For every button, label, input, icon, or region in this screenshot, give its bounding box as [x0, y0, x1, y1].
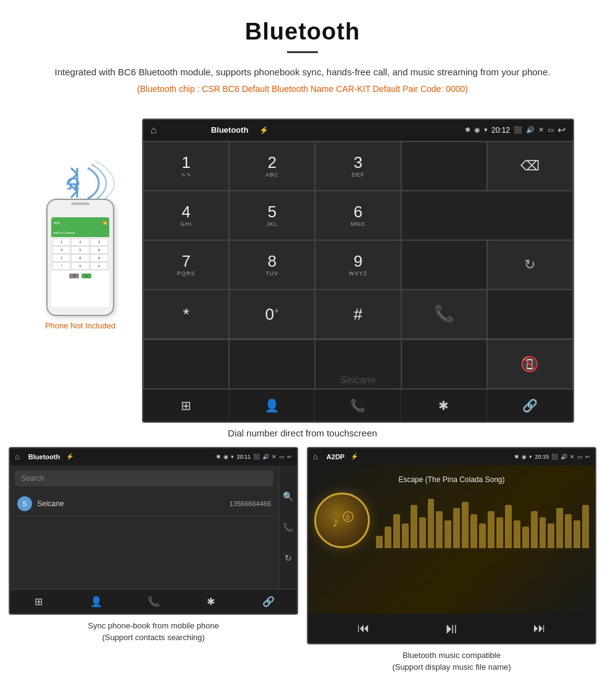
a2dp-home-icon[interactable]: ⌂: [313, 452, 318, 461]
side-search-icon[interactable]: 🔍: [283, 491, 293, 501]
pb-bt-icon: ✱: [216, 454, 221, 460]
next-button[interactable]: ⏭: [533, 621, 546, 635]
pb-nav-contacts[interactable]: 👤: [67, 590, 125, 614]
nav-phone[interactable]: 📞: [315, 390, 401, 422]
phonebook-search[interactable]: Search: [15, 470, 273, 486]
eq-bar: [470, 514, 477, 548]
key-2[interactable]: 2 ABC: [229, 141, 315, 191]
key-7[interactable]: 7 PQRS: [143, 240, 229, 290]
nav-dialpad[interactable]: ⊞: [143, 390, 229, 422]
hangup-empty-2: [229, 340, 315, 389]
eq-bar: [428, 499, 435, 548]
hangup-empty-1: [143, 340, 229, 389]
bluetooth-signal-area: ⍾: [43, 156, 117, 205]
key-0[interactable]: 0+: [229, 290, 315, 339]
pb-nav-link[interactable]: 🔗: [240, 590, 297, 614]
pb-back-icon[interactable]: ↩: [287, 454, 292, 460]
key-9[interactable]: 9 WXYZ: [315, 240, 401, 290]
a2dp-controls: ⏮ ⏯ ⏭: [308, 614, 595, 643]
phone-not-included-label: Phone Not Included: [45, 321, 115, 330]
pb-wifi-icon: ▾: [231, 454, 234, 460]
a2dp-usb-icon: ⚡: [351, 453, 358, 460]
pb-time: 20:11: [236, 454, 251, 460]
a2dp-loc-icon: ◉: [522, 454, 527, 460]
nav-contacts[interactable]: 👤: [229, 390, 315, 422]
eq-bar: [385, 527, 391, 548]
a2dp-window-icon[interactable]: ▭: [577, 454, 583, 460]
eq-bar: [548, 523, 554, 548]
key-3[interactable]: 3 DEF: [315, 141, 401, 191]
eq-bar: [462, 502, 469, 548]
phone-mockup: M20 📶 Add to Contacts 1 2 3 4 5 6 7 8 9 …: [46, 199, 114, 316]
eq-bar: [393, 514, 400, 548]
hangup-row: 📵: [143, 339, 573, 389]
pb-nav-dialpad[interactable]: ⊞: [10, 590, 67, 614]
key-hash[interactable]: #: [315, 290, 401, 339]
nav-link[interactable]: 🔗: [487, 390, 573, 422]
eq-bar: [402, 523, 409, 548]
prev-button[interactable]: ⏮: [357, 621, 370, 635]
pb-nav-phone[interactable]: 📞: [125, 590, 182, 614]
eq-bar: [488, 511, 494, 548]
a2dp-music-content: Escape (The Pina Colada Song) ♪ B: [308, 465, 595, 614]
camera-icon: ⬛: [514, 126, 522, 134]
main-area: ⍾ M20 📶 Add to Contac: [0, 112, 605, 423]
close-icon[interactable]: ✕: [538, 126, 544, 134]
key-8[interactable]: 8 TUV: [229, 240, 315, 290]
key-6[interactable]: 6 MNO: [315, 191, 401, 240]
eq-bar: [444, 520, 451, 548]
key-call-red[interactable]: 📵: [487, 340, 573, 389]
a2dp-album-area: ♪ B: [314, 493, 589, 548]
usb-icon: ⚡: [259, 126, 269, 135]
side-phone-icon[interactable]: 📞: [283, 522, 293, 532]
phonebook-caption-line1: Sync phone-book from mobile phone: [88, 620, 219, 632]
key-5[interactable]: 5 JKL: [229, 191, 315, 240]
nav-bluetooth[interactable]: ✱: [401, 390, 487, 422]
play-pause-button[interactable]: ⏯: [444, 620, 459, 637]
a2dp-close-icon[interactable]: ✕: [570, 454, 575, 460]
key-4[interactable]: 4 GHI: [143, 191, 229, 240]
eq-bar: [436, 511, 443, 548]
pb-home-icon[interactable]: ⌂: [15, 452, 20, 461]
statusbar-title: Bluetooth: [211, 125, 249, 135]
key-backspace[interactable]: ⌫: [487, 141, 573, 191]
eq-bar: [514, 520, 520, 548]
a2dp-song-title: Escape (The Pina Colada Song): [398, 475, 504, 484]
phone-dialer: 1 2 3 4 5 6 7 8 9 * 0 #: [51, 237, 109, 271]
key-refresh[interactable]: ↻: [487, 240, 573, 290]
pb-usb-icon: ⚡: [66, 453, 73, 460]
display-empty-1: [401, 141, 487, 191]
home-icon[interactable]: ⌂: [151, 125, 157, 136]
eq-bar: [505, 505, 512, 548]
display-empty-3: [401, 240, 487, 290]
key-star[interactable]: *: [143, 290, 229, 339]
a2dp-screen: ⌂ A2DP ⚡ ✱ ◉ ▾ 20:15 ⬛ 🔊 ✕ ▭ ↩ Es: [307, 447, 596, 644]
pb-window-icon[interactable]: ▭: [279, 454, 285, 460]
phonebook-content: Search S Seicane 13566664466 🔍 📞 ↻: [10, 465, 297, 589]
title-divider: [287, 51, 318, 53]
pb-nav-bluetooth[interactable]: ✱: [182, 590, 240, 614]
key-1[interactable]: 1 ∿∿: [143, 141, 229, 191]
display-empty-4: [487, 290, 573, 339]
pb-close-icon[interactable]: ✕: [272, 454, 277, 460]
phonebook-caption-line2: (Support contacts searching): [88, 631, 219, 644]
a2dp-back-icon[interactable]: ↩: [585, 454, 590, 460]
phone-status-left: M20: [54, 221, 60, 225]
pb-camera-icon: ⬛: [253, 454, 260, 460]
side-refresh-icon[interactable]: ↻: [285, 553, 292, 563]
eq-bar: [522, 527, 529, 548]
time-display: 20:12: [491, 126, 510, 135]
hangup-empty-4: [401, 340, 487, 389]
window-icon[interactable]: ▭: [548, 126, 554, 134]
contact-row[interactable]: S Seicane 13566664466: [15, 491, 273, 517]
a2dp-volume-icon: 🔊: [561, 454, 567, 460]
eq-bar: [453, 508, 460, 548]
phone-call-bar: Add to Contacts: [51, 228, 109, 237]
a2dp-album-art: ♪ B: [314, 493, 370, 548]
phonebook-statusbar: ⌂ Bluetooth ⚡ ✱ ◉ ▾ 20:11 ⬛ 🔊 ✕ ▭ ↩: [10, 448, 297, 465]
back-icon[interactable]: ↩: [557, 124, 565, 136]
key-call-green[interactable]: 📞: [401, 290, 487, 339]
hangup-empty-3: [315, 340, 401, 389]
main-caption: Dial number direct from touchscreen: [0, 423, 605, 447]
bt-icon: ✱: [465, 126, 470, 134]
